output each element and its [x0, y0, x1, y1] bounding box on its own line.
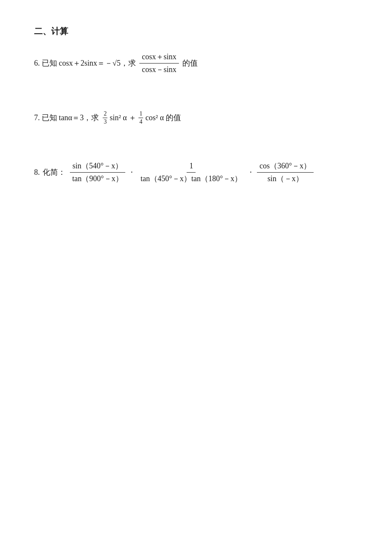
- problem-8: 8. 化简： sin（540°－x） tan（900°－x） · 1 tan（4…: [34, 160, 358, 185]
- problem-8-dot2: ·: [250, 168, 252, 177]
- problem-7-frac2: 1 4: [138, 110, 143, 126]
- problem-7-frac2-num: 1: [138, 110, 143, 118]
- problem-8-frac3-num: cos（360°－x）: [257, 160, 314, 173]
- problem-7-content: 7. 已知 tanα＝3，求 2 3 sin² α ＋ 1 4 cos² α 的…: [34, 110, 358, 126]
- problem-8-frac1-den: tan（900°－x）: [70, 173, 126, 185]
- problem-8-frac3-den: sin（－x）: [265, 173, 306, 185]
- problem-6: 6. 已知 cosx＋2sinx＝－√5，求 cosx＋sinx cosx－si…: [34, 51, 358, 76]
- problem-8-content: 8. 化简： sin（540°－x） tan（900°－x） · 1 tan（4…: [34, 160, 358, 185]
- problem-8-frac1: sin（540°－x） tan（900°－x）: [70, 160, 126, 185]
- problem-8-frac3: cos（360°－x） sin（－x）: [257, 160, 314, 185]
- problem-6-suffix: 的值: [182, 58, 198, 68]
- problem-8-frac2-num: 1: [187, 160, 196, 173]
- problem-7-frac1: 2 3: [103, 110, 107, 126]
- problem-7-mid: sin² α ＋: [110, 113, 136, 123]
- problem-7: 7. 已知 tanα＝3，求 2 3 sin² α ＋ 1 4 cos² α 的…: [34, 110, 358, 126]
- problem-6-prefix: 已知 cosx＋2sinx＝－√5，求: [42, 58, 136, 68]
- problem-6-content: 6. 已知 cosx＋2sinx＝－√5，求 cosx＋sinx cosx－si…: [34, 51, 358, 76]
- problem-7-label: 7.: [34, 113, 40, 122]
- problem-6-fraction: cosx＋sinx cosx－sinx: [139, 51, 179, 76]
- problem-8-prefix: 化简：: [43, 167, 66, 177]
- problem-7-frac1-num: 2: [103, 110, 107, 118]
- problem-6-fraction-denominator: cosx－sinx: [139, 64, 179, 76]
- problem-7-frac2-den: 4: [138, 118, 143, 126]
- problem-8-frac1-num: sin（540°－x）: [70, 160, 125, 173]
- problem-8-frac2-den: tan（450°－x）tan（180°－x）: [138, 173, 245, 185]
- problem-7-prefix: 已知 tanα＝3，求: [42, 113, 99, 123]
- problem-7-frac1-den: 3: [103, 118, 107, 126]
- problem-8-dot1: ·: [131, 168, 133, 177]
- problem-6-label: 6.: [34, 59, 40, 68]
- problem-6-fraction-numerator: cosx＋sinx: [139, 51, 179, 64]
- problem-7-suffix: cos² α 的值: [145, 113, 181, 123]
- section-title: 二、计算: [34, 26, 358, 37]
- problem-8-label: 8.: [34, 168, 40, 177]
- problem-8-frac2: 1 tan（450°－x）tan（180°－x）: [138, 160, 245, 185]
